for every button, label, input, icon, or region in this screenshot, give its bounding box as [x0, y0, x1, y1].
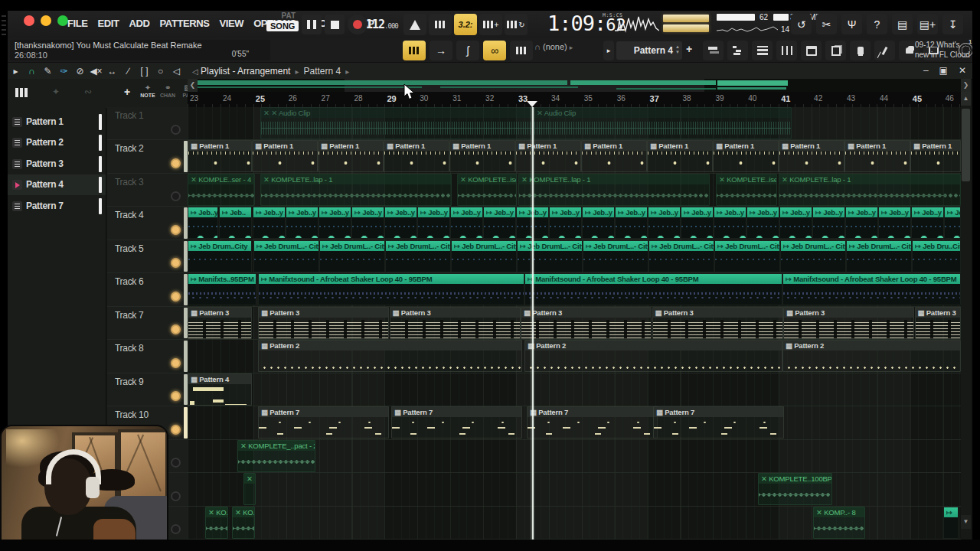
- next-empty-pattern-button[interactable]: →: [430, 41, 452, 60]
- track-mute-led[interactable]: [171, 324, 181, 334]
- clip-body[interactable]: [253, 151, 317, 171]
- track-header[interactable]: Track 5: [107, 240, 188, 273]
- clip-header[interactable]: ↦ Jeb..y: [879, 207, 910, 217]
- clip-body[interactable]: [781, 251, 845, 272]
- playlist-row[interactable]: ✕ ✕ Audio Clip✕ Audio Clip: [188, 107, 961, 140]
- clip-body[interactable]: [259, 417, 388, 438]
- clip-header[interactable]: ▦ Pattern 3: [390, 308, 520, 318]
- clip-list-icon[interactable]: ▦: [261, 308, 270, 317]
- clip-body[interactable]: [783, 284, 960, 305]
- clip-play-icon[interactable]: ↦: [191, 208, 198, 217]
- clip-pattern[interactable]: ▦ Pattern 3: [915, 307, 962, 339]
- clip-header[interactable]: ↦ Jeb..y: [418, 207, 449, 217]
- clip-play-icon[interactable]: ↦: [915, 242, 923, 250]
- clip-play-icon[interactable]: ↦: [256, 242, 264, 250]
- clip-list-icon[interactable]: ▦: [913, 142, 922, 150]
- clip-body[interactable]: [188, 318, 251, 338]
- clip-header[interactable]: ↦ Jeb..y: [451, 207, 482, 217]
- piano-roll-button[interactable]: [727, 41, 748, 60]
- clip-header[interactable]: ↦ Jeb DrumL..- City: [583, 241, 648, 251]
- clip-play-icon[interactable]: ↦: [618, 208, 626, 217]
- clip-pattern[interactable]: ▦ Pattern 7: [258, 406, 389, 439]
- pattern-menu-arrow[interactable]: ▸: [603, 41, 614, 60]
- clip-pattern[interactable]: ▦ Pattern 1: [384, 140, 449, 172]
- clip-play-icon[interactable]: ↦: [786, 275, 793, 283]
- clip-body[interactable]: [233, 517, 254, 538]
- clip-body[interactable]: [188, 384, 251, 405]
- clip-header[interactable]: ↦ Jeb..y: [780, 207, 812, 217]
- clip-body[interactable]: [516, 151, 580, 171]
- clip-list-icon[interactable]: ▦: [387, 142, 395, 150]
- clip-komplete[interactable]: ✕ KOMPLETE..iser - 4: [457, 174, 517, 206]
- wait-for-input-button[interactable]: [429, 14, 452, 35]
- close-traffic-light[interactable]: [24, 15, 34, 26]
- restore-button[interactable]: ▣: [939, 65, 948, 76]
- clip-header[interactable]: ▦ Pattern 7: [528, 407, 657, 417]
- pattern-list-item[interactable]: Pattern 7: [8, 196, 106, 217]
- plugin-picker-button[interactable]: [825, 41, 846, 60]
- clip-header[interactable]: ↦ Jeb DrumL..- City: [518, 241, 582, 251]
- clip-sample[interactable]: ↦ Jeb..y: [648, 207, 681, 239]
- clip-list-icon[interactable]: ▦: [261, 408, 270, 416]
- clip-komplete[interactable]: ✕ KO..: [205, 507, 228, 539]
- clip-header[interactable]: ↦ Jeb..y: [681, 207, 713, 217]
- clip-sample[interactable]: ↦ Jeb DrumL..- City: [846, 240, 912, 272]
- clip-list-icon[interactable]: ▦: [655, 308, 664, 317]
- clip-body[interactable]: [450, 151, 514, 171]
- track-mute-led[interactable]: [171, 158, 181, 168]
- clip-pattern[interactable]: ▦ Pattern 7: [527, 406, 658, 439]
- clip-header[interactable]: ↦ Jeb..y: [550, 207, 581, 217]
- pattern-list-item[interactable]: Pattern 1: [8, 112, 106, 132]
- playhead-marker[interactable]: [527, 101, 537, 107]
- clip-play-icon[interactable]: ↦: [191, 242, 198, 250]
- stop-button[interactable]: [325, 15, 345, 34]
- clip-play-icon[interactable]: ↦: [585, 208, 593, 217]
- playlist-row[interactable]: ↦ Jeb Drum..City↦ Jeb DrumL..- City↦ Jeb…: [188, 240, 961, 273]
- clip-list-icon[interactable]: ▦: [716, 142, 724, 150]
- clip-list-icon[interactable]: ▦: [393, 308, 401, 317]
- clip-audio[interactable]: ✕ Audio Clip: [534, 107, 792, 139]
- menu-view[interactable]: VIEW: [220, 18, 244, 29]
- clip-komplete[interactable]: ✕ KO..: [232, 507, 255, 539]
- clip-sample[interactable]: ↦ Jeb..y: [615, 207, 648, 239]
- clip-play-icon[interactable]: ↦: [520, 242, 528, 250]
- track-mute-led[interactable]: [171, 191, 181, 201]
- clip-header[interactable]: ▦ Pattern 1: [779, 141, 844, 151]
- clip-play-icon[interactable]: ↦: [322, 208, 329, 217]
- clip-header[interactable]: ✕ KOMP..- 8: [814, 507, 864, 517]
- clip-body[interactable]: [319, 217, 351, 238]
- clip-header[interactable]: ↦ Jeb..y: [846, 207, 877, 217]
- clip-delete-icon[interactable]: ✕: [521, 175, 529, 184]
- clip-header[interactable]: ↦ Jeb..y: [945, 207, 960, 217]
- clip-header[interactable]: ↦ Jeb..y: [616, 207, 647, 217]
- clip-body[interactable]: [188, 184, 254, 205]
- playlist-row[interactable]: ▦ Pattern 3▦ Pattern 3▦ Pattern 3▦ Patte…: [188, 307, 961, 340]
- clip-header[interactable]: ↦ Jeb DrumL..- City: [386, 241, 450, 251]
- track-mute-led[interactable]: [171, 258, 181, 268]
- clip-list-icon[interactable]: ▦: [452, 142, 461, 150]
- typing-keyboard-button[interactable]: +: [479, 14, 502, 35]
- clip-header[interactable]: ✕ KOMPLETE..iser - 4: [717, 174, 776, 184]
- clip-header[interactable]: ↦ Jeb..y: [253, 207, 285, 217]
- clip-body[interactable]: [845, 151, 910, 171]
- playlist-button[interactable]: [703, 41, 724, 60]
- select-tool-button[interactable]: [ ]: [136, 66, 152, 77]
- clip-play-icon[interactable]: ↦: [684, 208, 691, 217]
- clip-sample[interactable]: ↦ Manifxts..95BPM: [188, 273, 256, 305]
- clip-pattern[interactable]: ▦ Pattern 3: [390, 307, 521, 339]
- pattern-list-item[interactable]: Pattern 3: [8, 154, 106, 174]
- clip-body[interactable]: [616, 217, 647, 238]
- clip-header[interactable]: ↦ Jeb..y: [583, 207, 614, 217]
- clip-play-icon[interactable]: ↦: [815, 208, 823, 217]
- paint-tool-button[interactable]: ✑: [56, 66, 72, 77]
- pattern-list-item[interactable]: Pattern 4: [8, 174, 106, 195]
- clip-list-icon[interactable]: ▦: [848, 142, 856, 150]
- clip-play-icon[interactable]: ↦: [848, 208, 856, 217]
- clip-sample[interactable]: ↦: [943, 507, 959, 539]
- add-track-button[interactable]: +: [124, 86, 130, 98]
- clip-header[interactable]: ✕ KOMPLETE..lap - 1: [261, 174, 451, 184]
- scrollbar-thumb[interactable]: [962, 109, 970, 181]
- vertical-scrollbar[interactable]: ▲ ▼: [961, 92, 971, 540]
- clip-header[interactable]: ↦ Jeb..y: [714, 207, 746, 217]
- clip-play-icon[interactable]: ↦: [552, 208, 560, 217]
